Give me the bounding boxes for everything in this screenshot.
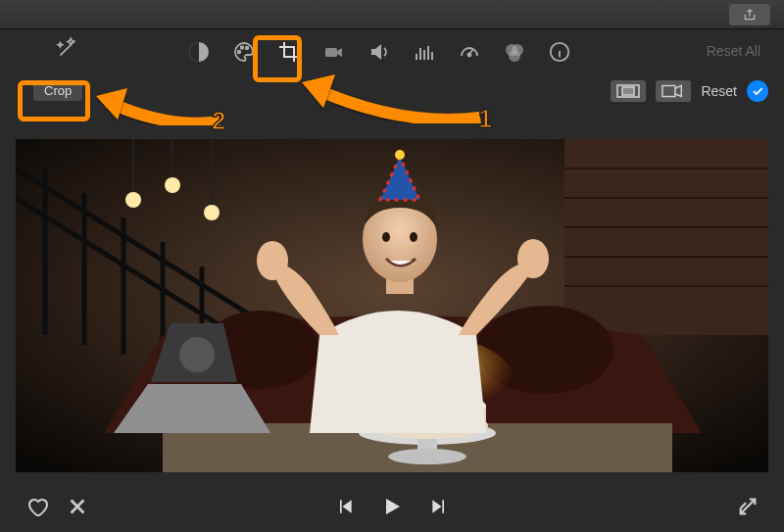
svg-point-1 [238,51,241,54]
heart-icon [25,495,49,518]
svg-point-32 [204,205,220,220]
next-icon [429,497,449,516]
svg-rect-4 [325,48,337,57]
checkmark-icon [751,84,764,98]
magic-wand-icon [55,35,80,61]
fit-icon [616,84,640,98]
next-frame-button[interactable] [429,497,449,520]
ken-burns-style-button[interactable] [656,80,691,102]
play-button[interactable] [380,495,404,522]
ken-burns-icon [662,84,685,98]
volume-icon [368,40,391,64]
adjustments-toolbar: Reset All [0,29,784,76]
speed-button[interactable] [457,39,482,65]
tool-icons-row [186,39,572,65]
crop-icon [277,40,301,64]
svg-point-3 [246,47,249,50]
info-button[interactable] [547,39,572,65]
fit-style-button[interactable] [611,80,646,102]
reset-button[interactable]: Reset [701,83,737,99]
confirm-button[interactable] [747,80,768,102]
speedometer-icon [458,40,481,64]
noise-reduction-button[interactable] [412,39,437,65]
svg-point-5 [468,54,471,57]
svg-point-62 [382,232,390,242]
svg-point-59 [517,239,549,278]
volume-button[interactable] [367,39,392,65]
overlapping-circles-icon [503,40,526,64]
previous-frame-button[interactable] [335,497,355,520]
video-camera-icon [322,40,346,64]
crop-mode-button[interactable]: Crop [33,80,82,101]
crop-right-controls: Reset [611,80,768,102]
svg-point-30 [165,177,180,193]
color-palette-icon [232,40,256,64]
fullscreen-icon [737,496,759,517]
previous-icon [335,497,355,516]
svg-rect-11 [622,87,634,95]
reject-button[interactable] [67,496,88,521]
playback-toolbar [0,485,784,532]
share-button[interactable] [729,4,770,25]
svg-point-8 [509,50,520,62]
svg-point-28 [125,192,141,208]
color-balance-icon [187,40,211,64]
color-correction-button[interactable] [231,39,257,65]
play-icon [380,495,404,518]
x-icon [67,496,88,517]
preview-illustration [16,139,768,472]
auto-enhance-button[interactable] [55,35,80,65]
svg-point-58 [257,241,288,280]
color-balance-button[interactable] [186,39,212,65]
favorite-button[interactable] [25,495,49,522]
share-icon [743,8,757,22]
titlebar [0,0,784,29]
svg-point-63 [410,232,417,242]
video-preview[interactable] [16,139,768,472]
svg-point-2 [241,46,244,49]
svg-rect-12 [662,85,675,96]
info-icon [549,41,570,63]
svg-point-39 [388,449,466,464]
crop-subtoolbar: Crop Reset [0,76,784,118]
fullscreen-button[interactable] [737,496,759,521]
clip-filter-button[interactable] [502,39,527,65]
equalizer-icon [413,40,436,64]
stabilization-button[interactable] [321,39,347,65]
svg-point-36 [179,337,215,372]
crop-tool-button[interactable] [276,39,302,65]
svg-point-64 [395,150,405,160]
reset-all-button[interactable]: Reset All [707,43,760,59]
